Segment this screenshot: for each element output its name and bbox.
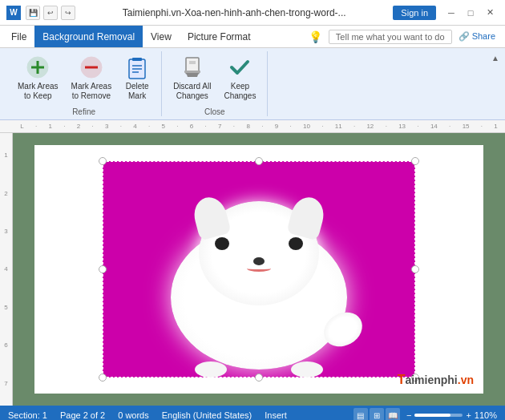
ribbon: Mark Areasto Keep Mark Areasto Remove xyxy=(0,48,505,120)
sign-in-button[interactable]: Sign in xyxy=(393,6,436,20)
word-count: 0 words xyxy=(118,410,149,420)
lightbulb-icon: 💡 xyxy=(309,30,322,43)
discard-all-changes-button[interactable]: Discard AllChanges xyxy=(168,51,216,104)
web-view-button[interactable]: ⊞ xyxy=(370,408,384,420)
quick-access-toolbar: 💾 ↩ ↪ xyxy=(26,6,75,20)
ribbon-group-refine: Mark Areasto Keep Mark Areasto Remove xyxy=(6,51,162,116)
window-controls: ─ □ ✕ xyxy=(442,4,499,22)
read-view-button[interactable]: 📖 xyxy=(386,408,400,420)
watermark-text: aimienphi xyxy=(405,374,457,386)
discard-label: Discard AllChanges xyxy=(173,82,211,101)
discard-icon xyxy=(180,55,205,80)
keep-changes-button[interactable]: KeepChanges xyxy=(219,51,261,104)
save-button[interactable]: 💾 xyxy=(26,6,40,20)
close-buttons: Discard AllChanges KeepChanges xyxy=(168,51,261,104)
tell-me-input[interactable]: Tell me what you want to do xyxy=(329,30,452,44)
keep-label: KeepChanges xyxy=(224,82,256,101)
delete-mark-icon xyxy=(124,55,150,80)
ribbon-collapse-button[interactable]: ▲ xyxy=(489,51,502,64)
mark-keep-label: Mark Areasto Keep xyxy=(18,82,59,101)
handle-bm[interactable] xyxy=(255,374,263,382)
canvas-area[interactable]: Taimienphi.vn xyxy=(13,133,505,406)
maximize-button[interactable]: □ xyxy=(462,4,479,22)
menu-right: 💡 Tell me what you want to do 🔗 Share xyxy=(309,26,502,47)
handle-tr[interactable] xyxy=(411,157,419,165)
keep-icon xyxy=(227,55,252,80)
ruler-horizontal: L·1·2·3·4·5·6·7·8·9·10·11·12·13·14·15·1 xyxy=(0,120,505,133)
redo-button[interactable]: ↪ xyxy=(61,6,75,20)
menu-file[interactable]: File xyxy=(3,26,34,47)
dog-image xyxy=(139,177,379,378)
handle-tl[interactable] xyxy=(99,157,107,165)
delete-mark-button[interactable]: DeleteMark xyxy=(119,51,155,104)
watermark-domain: .vn xyxy=(458,374,474,386)
close-group-label: Close xyxy=(204,107,225,116)
window-title: Taimienphi.vn-Xoa-nen-hinh-anh-chen-tron… xyxy=(75,7,393,18)
status-right: ▤ ⊞ 📖 − + 110% xyxy=(354,408,497,420)
edit-mode: Insert xyxy=(265,410,287,420)
mark-areas-to-remove-button[interactable]: Mark Areasto Remove xyxy=(67,51,117,104)
zoom-minus[interactable]: − xyxy=(406,410,411,420)
mark-remove-icon xyxy=(79,55,104,80)
ruler-vertical: 1234567 xyxy=(0,133,13,406)
menu-background-removal[interactable]: Background Removal xyxy=(34,26,143,47)
watermark-t: T xyxy=(398,373,406,386)
close-button[interactable]: ✕ xyxy=(481,4,499,22)
handle-mr[interactable] xyxy=(411,265,419,273)
refine-group-label: Refine xyxy=(72,107,95,116)
undo-button[interactable]: ↩ xyxy=(43,6,58,20)
delete-mark-label: DeleteMark xyxy=(126,82,149,101)
menu-bar: File Background Removal View Picture For… xyxy=(0,26,505,48)
zoom-plus[interactable]: + xyxy=(466,410,471,420)
handle-bl[interactable] xyxy=(99,374,107,382)
svg-rect-9 xyxy=(132,58,142,61)
ribbon-group-close: Discard AllChanges KeepChanges Close xyxy=(162,51,268,116)
view-buttons: ▤ ⊞ 📖 xyxy=(354,408,400,420)
image-container[interactable] xyxy=(103,161,415,378)
status-bar: Section: 1 Page 2 of 2 0 words English (… xyxy=(0,406,505,420)
mark-areas-to-keep-button[interactable]: Mark Areasto Keep xyxy=(13,51,63,104)
svg-rect-11 xyxy=(184,71,200,73)
word-icon: W xyxy=(6,6,21,20)
mark-keep-icon xyxy=(25,55,50,80)
watermark: Taimienphi.vn xyxy=(398,373,474,387)
title-bar: W 💾 ↩ ↪ Taimienphi.vn-Xoa-nen-hinh-anh-c… xyxy=(0,0,505,26)
zoom-fill xyxy=(414,414,450,417)
print-view-button[interactable]: ▤ xyxy=(354,408,368,420)
handle-ml[interactable] xyxy=(99,265,107,273)
share-button[interactable]: 🔗 Share xyxy=(459,31,495,42)
zoom-area: − + 110% xyxy=(406,410,497,420)
zoom-slider[interactable] xyxy=(414,414,463,417)
refine-buttons: Mark Areasto Keep Mark Areasto Remove xyxy=(13,51,155,104)
menu-view[interactable]: View xyxy=(143,26,180,47)
main-body: 1234567 xyxy=(0,133,505,406)
menu-picture-format[interactable]: Picture Format xyxy=(180,26,259,47)
handle-tm[interactable] xyxy=(255,157,263,165)
mark-remove-label: Mark Areasto Remove xyxy=(71,82,112,101)
minimize-button[interactable]: ─ xyxy=(442,4,460,22)
document-page: Taimienphi.vn xyxy=(34,145,483,394)
ruler-marks: L·1·2·3·4·5·6·7·8·9·10·11·12·13·14·15·1 xyxy=(14,120,503,132)
language-info: English (United States) xyxy=(162,410,252,420)
section-info: Section: 1 xyxy=(8,410,47,420)
page-info: Page 2 of 2 xyxy=(60,410,105,420)
zoom-label: 110% xyxy=(475,410,497,420)
title-bar-left: W 💾 ↩ ↪ xyxy=(6,6,75,20)
